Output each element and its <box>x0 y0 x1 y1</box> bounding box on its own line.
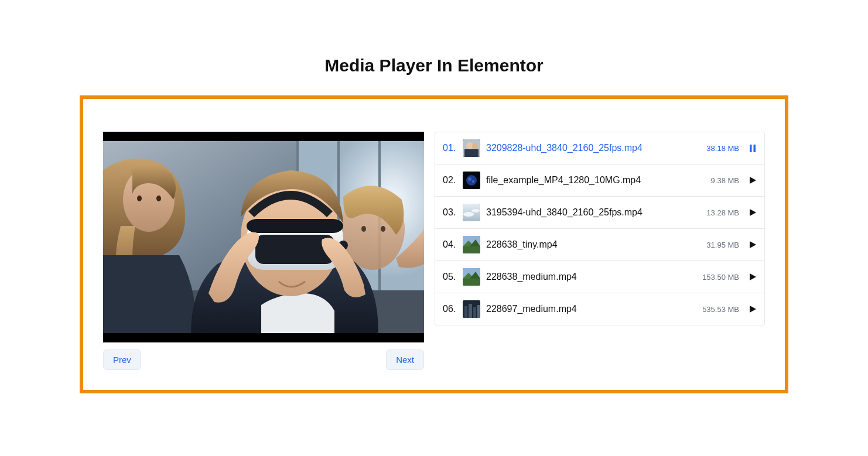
svg-point-25 <box>468 177 471 181</box>
play-icon[interactable] <box>749 241 757 248</box>
svg-point-29 <box>463 212 474 217</box>
svg-rect-43 <box>464 306 467 318</box>
playlist-item-index: 03. <box>443 207 459 218</box>
playlist-item-thumbnail <box>463 139 480 157</box>
player-container: Prev Next 01.3209828-uhd_3840_2160_25fps… <box>80 95 788 393</box>
playlist-item[interactable]: 03.3195394-uhd_3840_2160_25fps.mp413.28 … <box>435 197 764 229</box>
next-button[interactable]: Next <box>386 349 424 370</box>
svg-rect-44 <box>469 304 472 318</box>
playlist-item-thumbnail <box>463 300 480 318</box>
svg-point-24 <box>466 175 477 186</box>
svg-rect-22 <box>754 145 756 152</box>
play-icon[interactable] <box>749 273 757 280</box>
svg-point-26 <box>472 180 474 183</box>
svg-point-11 <box>381 226 385 232</box>
page-title: Media Player In Elementor <box>0 56 868 76</box>
svg-rect-15 <box>255 235 334 264</box>
playlist-item-size: 9.38 MB <box>711 176 739 185</box>
svg-rect-19 <box>464 149 479 157</box>
svg-marker-31 <box>750 209 756 216</box>
playlist-item-name: 3195394-uhd_3840_2160_25fps.mp4 <box>486 207 697 218</box>
playlist-item[interactable]: 06.228697_medium.mp4535.53 MB <box>435 293 764 325</box>
playlist-item-index: 04. <box>443 239 459 250</box>
playlist-item-thumbnail <box>463 172 480 189</box>
playlist-item-index: 01. <box>443 143 459 153</box>
play-icon[interactable] <box>749 209 757 216</box>
playlist-item[interactable]: 01.3209828-uhd_3840_2160_25fps.mp438.18 … <box>435 132 764 164</box>
playlist: 01.3209828-uhd_3840_2160_25fps.mp438.18 … <box>435 132 765 325</box>
svg-point-8 <box>156 196 161 201</box>
svg-rect-45 <box>473 307 476 318</box>
playlist-item-name: 3209828-uhd_3840_2160_25fps.mp4 <box>486 143 697 153</box>
svg-point-30 <box>471 209 480 212</box>
playlist-item[interactable]: 05.228638_medium.mp4153.50 MB <box>435 261 764 293</box>
playlist-item-name: file_example_MP4_1280_10MG.mp4 <box>486 175 702 186</box>
svg-marker-36 <box>750 241 756 248</box>
svg-point-10 <box>361 226 366 232</box>
playlist-item-size: 38.18 MB <box>706 144 739 153</box>
svg-point-20 <box>472 143 478 149</box>
playlist-item[interactable]: 04.228638_tiny.mp431.95 MB <box>435 229 764 261</box>
playlist-item-size: 31.95 MB <box>706 241 739 249</box>
playlist-item-size: 153.50 MB <box>702 273 739 282</box>
svg-rect-21 <box>750 145 752 152</box>
svg-marker-27 <box>750 177 756 184</box>
play-icon[interactable] <box>749 306 757 313</box>
playlist-item-name: 228638_tiny.mp4 <box>486 239 697 250</box>
svg-point-7 <box>137 196 142 201</box>
playlist-item-index: 05. <box>443 272 459 282</box>
svg-marker-41 <box>750 273 756 280</box>
playlist-item-thumbnail <box>463 236 480 253</box>
svg-rect-46 <box>477 305 480 318</box>
svg-marker-47 <box>750 306 756 313</box>
prev-button[interactable]: Prev <box>103 349 141 370</box>
play-icon[interactable] <box>749 177 757 184</box>
playlist-item-index: 06. <box>443 304 459 314</box>
playlist-item-name: 228638_medium.mp4 <box>486 272 693 282</box>
video-frame <box>103 141 424 333</box>
playlist-item-thumbnail <box>463 268 480 286</box>
svg-rect-14 <box>247 219 343 233</box>
playlist-item-size: 13.28 MB <box>706 208 739 217</box>
playlist-item-index: 02. <box>443 175 459 186</box>
video-player[interactable] <box>103 132 424 342</box>
svg-rect-38 <box>463 279 480 286</box>
playlist-item[interactable]: 02.file_example_MP4_1280_10MG.mp49.38 MB <box>435 164 764 197</box>
svg-rect-33 <box>463 246 480 253</box>
pause-icon[interactable] <box>749 145 757 152</box>
playlist-item-name: 228697_medium.mp4 <box>486 304 693 314</box>
playlist-item-size: 535.53 MB <box>702 305 739 314</box>
playlist-item-thumbnail <box>463 204 480 221</box>
